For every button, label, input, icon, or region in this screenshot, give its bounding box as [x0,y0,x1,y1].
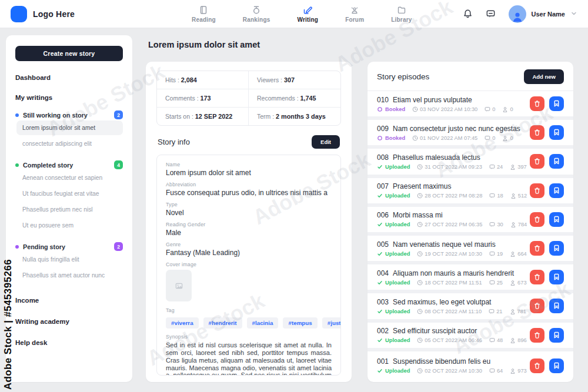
comment-icon [489,337,495,343]
episode-row: 009Nam consectetur justo nec nunc egesta… [368,120,573,149]
group-toggle-pending[interactable]: Pending story 2 [15,242,123,251]
trash-icon [533,216,541,223]
episode-date: 31 OCT 2022 AM 09:23 [417,164,482,170]
pen-icon [303,5,312,15]
delete-episode-button[interactable] [530,359,544,373]
episode-info[interactable]: 010Etiam vel purus vulputate Booked 03 N… [377,96,513,112]
tag-pill[interactable]: #tempus [283,317,317,329]
edit-button[interactable]: Edit [312,135,340,149]
sidebar-item-income[interactable]: Income [15,297,123,304]
user-menu[interactable]: User Name [509,5,577,23]
bookmark-episode-button[interactable] [549,125,564,140]
sidebar-item-my-writings[interactable]: My writings [15,94,123,101]
sidebar-item-writing-academy[interactable]: Writing academy [15,318,123,325]
group-toggle-working[interactable]: Still working on story 2 [15,110,123,119]
stat-comments: Comments173 [157,89,249,107]
sidebar-story-item[interactable]: Aenean consectetur et sapien [16,170,123,185]
sidebar-story-item[interactable]: consectetur adipiscing elit [16,136,123,151]
brand[interactable]: Logo Here [11,6,140,22]
episode-info[interactable]: 002Sed efficitur suscipit auctor Uploade… [377,327,527,343]
delete-episode-button[interactable] [530,212,544,227]
tag-pill[interactable]: #lacinia [247,317,279,329]
check-icon [377,337,383,343]
nav-item-rankings[interactable]: Rankings [243,5,270,23]
delete-episode-button[interactable] [530,125,544,140]
episode-info[interactable]: 005Nam venenatis neque vel mauris Upload… [377,240,527,257]
bookmark-episode-button[interactable] [549,241,564,256]
delete-episode-button[interactable] [530,270,544,284]
trash-icon [533,158,541,165]
main-nav: Reading Rankings Writing Forum Library [192,5,412,23]
delete-episode-button[interactable] [530,241,544,256]
episode-date: 05 OCT 2022 AM 06:46 [417,337,482,343]
nav-item-writing[interactable]: Writing [297,5,318,23]
bookmark-episode-button[interactable] [549,270,564,284]
bookmark-episode-button[interactable] [549,328,564,343]
episode-number: 004 [377,269,389,277]
episode-title: Morbi massa mi [393,211,443,219]
cover-image-label: Cover image [166,262,332,267]
comment-icon [489,164,495,170]
sidebar-story-item[interactable]: Ut faucibus feugiat erat vitae [16,186,123,201]
episode-info[interactable]: 001Suspendisse bibendum felis eu Uploade… [377,357,527,374]
sidebar-item-dashboard[interactable]: Dashboard [15,74,123,81]
field-value-genre: Fantasy (Male Leading) [166,249,332,257]
person-icon [502,135,508,141]
delete-episode-button[interactable] [530,183,544,198]
comment-icon [485,106,490,112]
comment-icon [489,222,495,227]
notifications-bell-icon[interactable] [463,9,473,19]
delete-episode-button[interactable] [530,96,544,111]
episode-info[interactable]: 009Nam consectetur justo nec nunc egesta… [377,125,520,141]
messages-icon[interactable] [486,9,496,19]
tag-pill[interactable]: #justo [322,317,341,329]
bookmark-episode-button[interactable] [549,212,564,227]
bookmark-episode-button[interactable] [549,359,564,373]
sidebar-story-item[interactable]: Lorem ipsum dolor sit amet [16,120,123,135]
sidebar-story-item[interactable]: Phasellus pretium nec nisl [16,202,123,217]
tag-pill[interactable]: #hendrerit [203,317,242,329]
episode-info[interactable]: 008Phasellus malesuada lectus Uploaded 3… [377,153,527,170]
episode-view-count: 397 [510,164,527,170]
bookmark-episode-button[interactable] [549,154,564,169]
add-new-episode-button[interactable]: Add new [524,69,564,84]
person-icon [510,337,516,343]
bookmark-icon [553,129,560,136]
delete-episode-button[interactable] [530,299,544,313]
episode-title: Sed efficitur suscipit auctor [393,327,477,335]
episode-info[interactable]: 003Sed maximus, leo eget volutpat Upload… [377,298,526,314]
bookmark-episode-button[interactable] [549,183,564,198]
sidebar-item-help-desk[interactable]: Help desk [15,339,123,346]
nav-item-library[interactable]: Library [391,5,412,23]
nav-item-reading[interactable]: Reading [192,5,216,23]
clock-icon [417,222,423,227]
episode-view-count: 784 [510,222,527,227]
episode-comment-count: 21 [489,309,502,314]
episode-row: 005Nam venenatis neque vel mauris Upload… [368,236,573,264]
book-icon [199,5,208,15]
cover-image-placeholder[interactable] [166,270,192,301]
delete-episode-button[interactable] [530,328,544,343]
group-toggle-completed[interactable]: Completed story 4 [15,160,123,169]
create-new-story-button[interactable]: Create new story [15,46,123,61]
episode-info[interactable]: 006Morbi massa mi Uploaded 27 OCT 2022 P… [377,211,527,227]
episode-info[interactable]: 007Praesent maximus Uploaded 28 OCT 2022… [377,182,527,199]
story-stats-table: Hits2,084 Viewers307 Comments173 Recomme… [156,71,341,126]
stat-viewers: Viewers307 [249,71,340,89]
episode-view-count: 0 [502,106,513,112]
sidebar-story-item[interactable]: Ut eu posuere sem [16,218,123,233]
delete-episode-button[interactable] [530,154,544,169]
episode-status-badge: Uploaded [377,368,410,374]
clock-icon [412,106,418,112]
episode-row: 001Suspendisse bibendum felis eu Uploade… [368,351,573,380]
bookmark-episode-button[interactable] [549,96,564,111]
nav-item-forum[interactable]: Forum [345,5,364,23]
count-badge: 2 [114,110,123,119]
tag-pill[interactable]: #viverra [166,317,199,329]
bookmark-episode-button[interactable] [549,299,564,313]
episode-info[interactable]: 004Aliquam non mauris a mauris hendrerit… [377,269,527,286]
sidebar-story-item[interactable]: Nulla quis fringilla elit [16,252,123,267]
sidebar-story-item[interactable]: Phasellus sit amet auctor nunc [16,268,123,283]
clock-icon [417,368,423,374]
episode-status-badge: Booked [377,135,405,141]
